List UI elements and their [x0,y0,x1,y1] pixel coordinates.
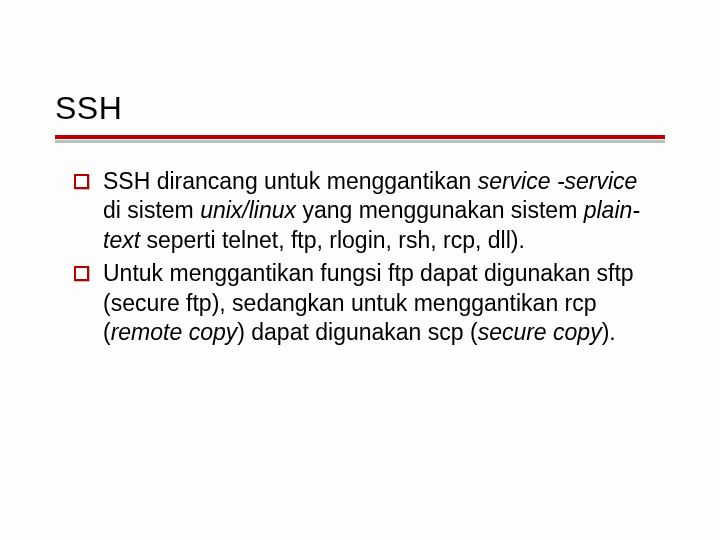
bullet-text: SSH dirancang untuk menggantikan service… [103,167,660,255]
text-run: SSH dirancang untuk menggantikan [103,168,478,194]
text-run: seperti telnet, ftp, rlogin, rsh, rcp, d… [140,227,525,253]
text-run: yang menggunakan sistem [296,197,584,223]
text-run-italic: secure copy [478,319,602,345]
list-item: SSH dirancang untuk menggantikan service… [74,167,660,255]
square-bullet-icon [74,174,89,189]
bullet-text: Untuk menggantikan fungsi ftp dapat digu… [103,259,660,347]
title-area: SSH [0,0,720,127]
text-run: ). [602,319,616,345]
title-rule [55,135,665,143]
rule-red-line [55,135,665,139]
text-run-italic: unix/linux [200,197,296,223]
page-title: SSH [55,90,665,127]
square-bullet-icon [74,266,89,281]
body-area: SSH dirancang untuk menggantikan service… [0,143,720,348]
text-run-italic: remote copy [111,319,238,345]
text-run: ) dapat digunakan scp ( [237,319,477,345]
list-item: Untuk menggantikan fungsi ftp dapat digu… [74,259,660,347]
text-run: di sistem [103,197,200,223]
slide: SSH SSH dirancang untuk menggantikan ser… [0,0,720,540]
text-run-italic: service -service [478,168,638,194]
